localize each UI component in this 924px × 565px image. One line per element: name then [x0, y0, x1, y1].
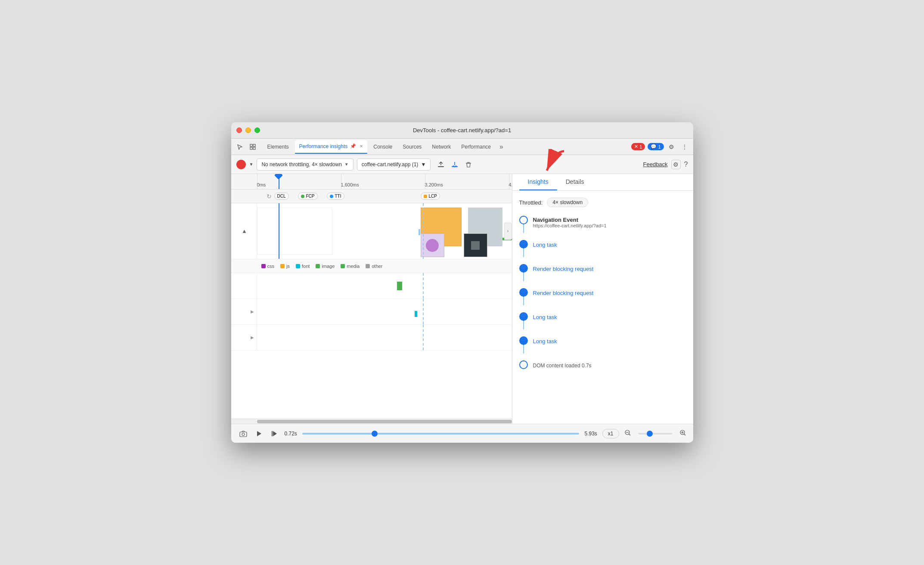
- tti-dot: [330, 195, 333, 198]
- tab-bar-right: ✕ 1 💬 1 ⚙ ⋮: [631, 142, 689, 152]
- upload-icon[interactable]: [436, 159, 446, 170]
- navigation-event-item: Navigation Event https://coffee-cart.net…: [519, 216, 686, 233]
- timeline-range-slider[interactable]: [302, 433, 580, 435]
- svg-line-16: [684, 434, 685, 436]
- track-2-content: [257, 299, 512, 324]
- tab-sources[interactable]: Sources: [398, 140, 426, 154]
- dcl-text: DOM content loaded 0.7s: [533, 360, 686, 369]
- dcl-badge: DCL: [274, 192, 289, 200]
- insight-long-task-2: Long task: [519, 312, 686, 329]
- throttle-row: Throttled: 4× slowdown: [519, 198, 686, 207]
- dcl-label: DCL: [277, 194, 286, 199]
- lt1-line: [523, 248, 524, 257]
- playhead[interactable]: [279, 174, 279, 189]
- play-icon[interactable]: [254, 428, 264, 439]
- render-block-link-1[interactable]: Render blocking request: [533, 266, 594, 272]
- bottom-toolbar: 0.72s 5.93s x1: [231, 424, 693, 443]
- svg-rect-10: [272, 431, 273, 436]
- lt1-circle: [519, 240, 528, 248]
- rb2-circle: [519, 288, 528, 297]
- tab-insights[interactable]: Insights: [519, 174, 557, 190]
- long-task-link-1[interactable]: Long task: [533, 242, 557, 248]
- thumb2: [464, 233, 487, 257]
- feedback-link[interactable]: Feedback: [643, 161, 668, 168]
- tab-console[interactable]: Console: [369, 140, 397, 154]
- timeline-scrollbar[interactable]: [231, 419, 512, 424]
- network-track-1: [231, 273, 512, 299]
- error-badge[interactable]: ✕ 1: [631, 143, 645, 150]
- legend-other: other: [366, 264, 382, 269]
- collapse-track-button[interactable]: ›: [504, 223, 512, 240]
- nav-text: Navigation Event https://coffee-cart.net…: [533, 216, 686, 228]
- tab-network[interactable]: Network: [428, 140, 455, 154]
- track-2-label: ▶: [231, 299, 257, 324]
- message-badge[interactable]: 💬 1: [648, 143, 664, 150]
- zoom-slider[interactable]: [638, 433, 673, 435]
- help-icon[interactable]: ?: [684, 161, 688, 168]
- long-task-link-3[interactable]: Long task: [533, 338, 557, 345]
- nav-title: Navigation Event: [533, 217, 686, 223]
- rb1-circle: [519, 264, 528, 273]
- download-icon[interactable]: [450, 159, 460, 170]
- svg-rect-7: [240, 432, 247, 437]
- throttle-value-badge: 4× slowdown: [547, 198, 588, 207]
- delete-icon[interactable]: [463, 159, 474, 170]
- long-task-link-2[interactable]: Long task: [533, 314, 557, 320]
- time-start-label: 0.72s: [285, 431, 297, 437]
- dcl-circle: [519, 360, 528, 369]
- speed-button[interactable]: x1: [602, 429, 619, 438]
- network-track-2: ▶: [231, 299, 512, 325]
- zoom-thumb[interactable]: [647, 431, 653, 437]
- css-label: css: [267, 264, 275, 269]
- settings-button[interactable]: ⚙: [671, 160, 681, 169]
- cursor-icon[interactable]: [235, 142, 245, 152]
- font-label: font: [302, 264, 310, 269]
- other-label: other: [372, 264, 382, 269]
- tab-performance[interactable]: Performance: [457, 140, 495, 154]
- scrollbar-thumb[interactable]: [257, 420, 512, 423]
- svg-rect-0: [250, 144, 252, 146]
- svg-point-8: [242, 433, 245, 435]
- minimize-button[interactable]: [245, 127, 251, 133]
- lcp-badge: LCP: [421, 192, 440, 200]
- range-thumb[interactable]: [372, 431, 378, 437]
- inspect-icon[interactable]: [248, 142, 258, 152]
- track-1-label: [231, 273, 257, 298]
- lt2-circle: [519, 312, 528, 321]
- settings-icon[interactable]: ⚙: [667, 142, 677, 152]
- rb2-line: [523, 297, 524, 305]
- more-options-icon[interactable]: ⋮: [679, 142, 690, 152]
- nav-dot-col: [519, 216, 528, 233]
- tab-elements[interactable]: Elements: [263, 140, 293, 154]
- font-color-dot: [296, 264, 300, 268]
- url-caret-icon: ▼: [421, 161, 426, 168]
- render-block-link-2[interactable]: Render blocking request: [533, 290, 594, 296]
- more-tabs-button[interactable]: »: [497, 143, 506, 151]
- tab-close-icon[interactable]: ✕: [360, 144, 363, 149]
- zoom-out-icon[interactable]: [624, 429, 631, 438]
- tab-bar: Elements Performance insights 📌 ✕ Consol…: [231, 139, 693, 155]
- camera-icon[interactable]: [238, 428, 248, 439]
- tab-performance-insights[interactable]: Performance insights 📌 ✕: [295, 140, 368, 154]
- lt1-dot-col: [519, 240, 528, 257]
- maximize-button[interactable]: [254, 127, 260, 133]
- track-1-content: [257, 273, 512, 298]
- pin-icon: 📌: [350, 143, 356, 149]
- record-dropdown-chevron[interactable]: ▼: [249, 162, 254, 167]
- svg-rect-3: [253, 147, 255, 149]
- network-track-3: ▶: [231, 325, 512, 351]
- url-dropdown[interactable]: coffee-cart.netlify.app (1) ▼: [357, 158, 431, 171]
- tab-details[interactable]: Details: [557, 174, 593, 190]
- throttle-dropdown[interactable]: No network throttling, 4× slowdown ▼: [257, 158, 353, 171]
- zoom-in-icon[interactable]: [679, 429, 686, 438]
- svg-line-13: [629, 434, 630, 436]
- traffic-lights: [236, 127, 260, 133]
- cyan-bar: [415, 311, 417, 317]
- dcl-dot-col: [519, 360, 528, 369]
- main-content: 0ms 1,600ms 3,200ms 4,800ms ↻ DCL: [231, 174, 693, 424]
- skip-to-start-icon[interactable]: [269, 428, 279, 439]
- close-button[interactable]: [236, 127, 242, 133]
- rb1-dot-col: [519, 264, 528, 281]
- throttle-label: Throttled:: [519, 199, 543, 206]
- record-button[interactable]: [236, 160, 246, 169]
